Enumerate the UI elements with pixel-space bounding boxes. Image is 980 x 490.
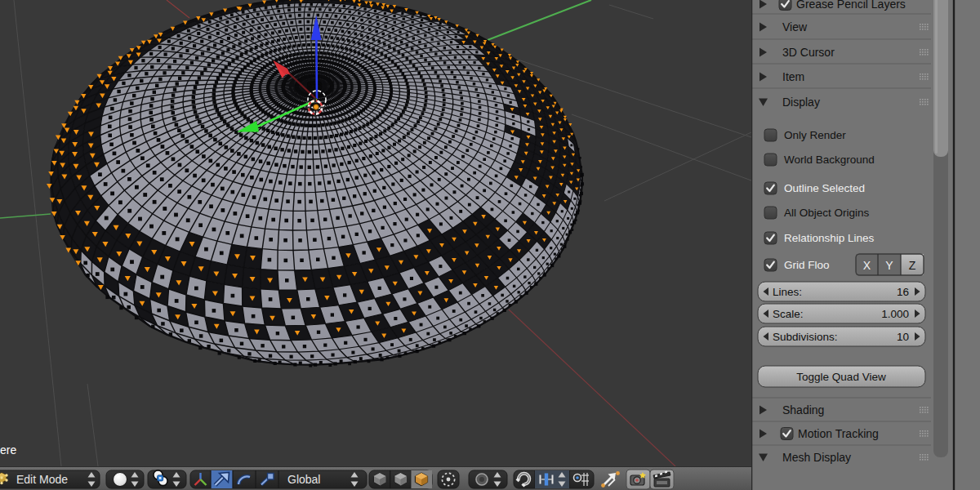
svg-text:All Object Origins: All Object Origins [784,207,870,219]
svg-text:16: 16 [897,286,909,298]
svg-text:Scale:: Scale: [773,308,804,320]
svg-text:Lines:: Lines: [773,286,802,298]
svg-text:Y: Y [885,259,893,272]
svg-text:Shading: Shading [782,403,824,416]
svg-text:Only Render: Only Render [784,129,846,141]
svg-text:Grid Floo: Grid Floo [784,259,830,271]
svg-text:ere: ere [0,443,16,457]
svg-text:Grease Pencil Layers: Grease Pencil Layers [796,0,906,11]
svg-text:Mesh Display: Mesh Display [782,451,851,464]
svg-text:10: 10 [897,331,909,343]
svg-text:Toggle Quad View: Toggle Quad View [796,371,886,383]
svg-text:View: View [782,20,808,33]
svg-text:Global: Global [287,473,320,486]
svg-text:Edit Mode: Edit Mode [16,473,68,486]
svg-text:Item: Item [782,70,804,83]
svg-text:Outline Selected: Outline Selected [784,182,865,194]
svg-text:World Background: World Background [784,154,875,166]
svg-text:Motion Tracking: Motion Tracking [798,427,879,440]
svg-text:Subdivisions:: Subdivisions: [773,331,838,343]
svg-text:Relationship Lines: Relationship Lines [784,232,875,244]
svg-text:3D Cursor: 3D Cursor [782,46,835,59]
svg-text:X: X [863,259,871,272]
svg-text:Display: Display [782,96,820,109]
svg-text:1.000: 1.000 [881,308,909,320]
svg-text:Z: Z [909,259,916,272]
